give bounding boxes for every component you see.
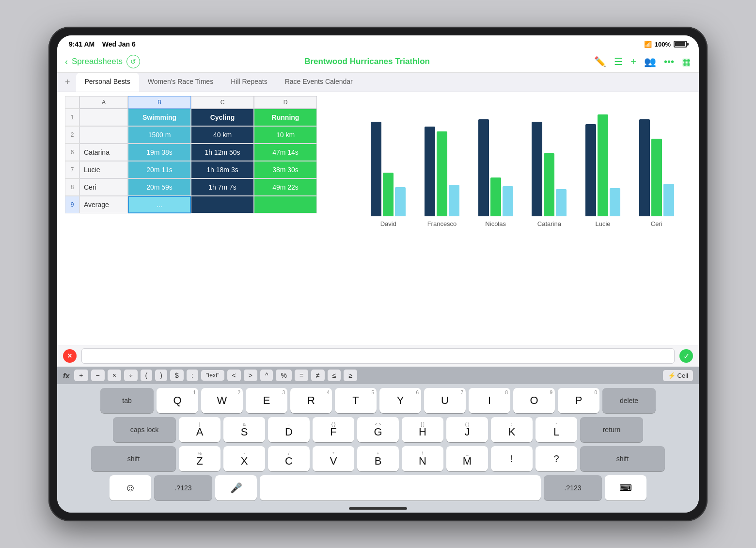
cell-c1[interactable]: Cycling (191, 109, 254, 126)
cell-d8[interactable]: 49m 22s (254, 178, 317, 196)
key-w[interactable]: 2W (201, 388, 243, 413)
format-icon[interactable]: ☰ (614, 56, 623, 67)
key-i[interactable]: 8I (469, 388, 510, 413)
key-numeric-right[interactable]: .?123 (544, 475, 602, 500)
op-minus[interactable]: − (91, 370, 105, 381)
cell-a2[interactable] (79, 126, 128, 144)
undo-button[interactable]: ↺ (126, 55, 140, 68)
formula-input[interactable] (81, 348, 675, 364)
cell-b2[interactable]: 1500 m (128, 126, 191, 144)
cell-a8[interactable]: Ceri (79, 178, 128, 196)
key-e[interactable]: 3E (246, 388, 287, 413)
cell-d6[interactable]: 47m 14s (254, 144, 317, 161)
back-button[interactable]: Spreadsheets (72, 57, 123, 66)
key-p[interactable]: 0P (558, 388, 599, 413)
key-d[interactable]: =D (268, 417, 310, 442)
key-exclaim[interactable]: ! (491, 446, 533, 471)
add-icon[interactable]: + (630, 56, 636, 67)
op-dollar[interactable]: $ (170, 370, 184, 381)
key-g[interactable]: < >G (357, 417, 399, 442)
cell-d9[interactable] (254, 196, 317, 213)
cell-c6[interactable]: 1h 12m 50s (191, 144, 254, 161)
cell-d7[interactable]: 38m 30s (254, 161, 317, 178)
key-h[interactable]: [ ]H (402, 417, 443, 442)
op-gt[interactable]: > (244, 370, 257, 381)
key-space[interactable] (260, 475, 541, 500)
cell-a6[interactable]: Catarina (79, 144, 128, 161)
key-question[interactable]: ? (536, 446, 577, 471)
tab-hill-repeats[interactable]: Hill Repeats (222, 73, 276, 92)
cell-d1[interactable]: Running (254, 109, 317, 126)
key-caps-lock[interactable]: caps lock (113, 417, 176, 442)
op-caret[interactable]: ^ (260, 370, 273, 381)
annotate-icon[interactable]: ✏️ (594, 56, 606, 67)
key-l[interactable]: "L (536, 417, 577, 442)
cell-a9[interactable]: Average (79, 196, 128, 213)
op-text[interactable]: "text" (201, 370, 224, 381)
cell-button[interactable]: ⚡ Cell (663, 370, 693, 381)
cell-b9-selected[interactable]: ... (128, 196, 191, 213)
cell-c8[interactable]: 1h 7m 7s (191, 178, 254, 196)
op-neq[interactable]: ≠ (311, 370, 325, 381)
cell-a7[interactable]: Lucie (79, 161, 128, 178)
key-m[interactable]: _M (446, 446, 488, 471)
more-icon[interactable]: ••• (664, 56, 674, 67)
key-shift-left[interactable]: shift (91, 446, 176, 471)
key-o[interactable]: 9O (513, 388, 555, 413)
confirm-button[interactable]: ✓ (679, 349, 693, 363)
key-s[interactable]: &S (223, 417, 265, 442)
cell-a1[interactable] (79, 109, 128, 126)
key-emoji[interactable]: ☺ (110, 475, 151, 500)
key-r[interactable]: 4R (290, 388, 332, 413)
key-q[interactable]: 1Q (157, 388, 198, 413)
key-delete[interactable]: delete (602, 388, 656, 413)
back-chevron-icon[interactable]: ‹ (65, 57, 68, 67)
key-j[interactable]: ( )J (446, 417, 488, 442)
cancel-button[interactable]: × (63, 349, 77, 363)
op-divide[interactable]: ÷ (124, 370, 138, 381)
cell-c9[interactable] (191, 196, 254, 213)
op-lt[interactable]: < (227, 370, 241, 381)
op-lparen[interactable]: ( (141, 370, 153, 381)
bar-david-dark (371, 122, 381, 216)
cell-b6[interactable]: 19m 38s (128, 144, 191, 161)
key-v[interactable]: *V (313, 446, 354, 471)
cell-c7[interactable]: 1h 18m 3s (191, 161, 254, 178)
key-c[interactable]: /C (268, 446, 310, 471)
key-t[interactable]: 5T (335, 388, 377, 413)
op-percent[interactable]: % (276, 370, 291, 381)
key-mic[interactable]: 🎤 (215, 475, 257, 500)
tab-race-events-calendar[interactable]: Race Events Calendar (276, 73, 362, 92)
op-rparen[interactable]: ) (155, 370, 167, 381)
key-numeric-left[interactable]: .?123 (154, 475, 212, 500)
key-tab[interactable]: tab (100, 388, 154, 413)
key-b[interactable]: +B (357, 446, 399, 471)
op-colon[interactable]: : (187, 370, 198, 381)
key-a[interactable]: |A (179, 417, 220, 442)
key-n[interactable]: \N (402, 446, 443, 471)
key-k[interactable]: :K (491, 417, 533, 442)
cell-b7[interactable]: 20m 11s (128, 161, 191, 178)
key-shift-right[interactable]: shift (580, 446, 665, 471)
cell-b1[interactable]: Swimming (128, 109, 191, 126)
key-f[interactable]: { }F (313, 417, 354, 442)
op-equals[interactable]: = (295, 370, 308, 381)
cell-d2[interactable]: 10 km (254, 126, 317, 144)
add-tab-button[interactable]: + (63, 73, 72, 91)
tab-personal-bests[interactable]: Personal Bests (76, 73, 139, 92)
op-multiply[interactable]: × (108, 370, 121, 381)
key-y[interactable]: 6Y (379, 388, 421, 413)
op-geq[interactable]: ≥ (344, 370, 357, 381)
key-keyboard-hide[interactable]: ⌨ (605, 475, 646, 500)
view-icon[interactable]: ▦ (682, 56, 691, 67)
key-z[interactable]: %Z (179, 446, 220, 471)
cell-c2[interactable]: 40 km (191, 126, 254, 144)
collaborate-icon[interactable]: 👥 (644, 56, 656, 67)
op-plus[interactable]: + (74, 370, 88, 381)
key-x[interactable]: -X (223, 446, 265, 471)
key-u[interactable]: 7U (424, 388, 466, 413)
op-leq[interactable]: ≤ (328, 370, 341, 381)
tab-womens-race-times[interactable]: Women's Race Times (139, 73, 222, 92)
key-return[interactable]: return (580, 417, 643, 442)
cell-b8[interactable]: 20m 59s (128, 178, 191, 196)
